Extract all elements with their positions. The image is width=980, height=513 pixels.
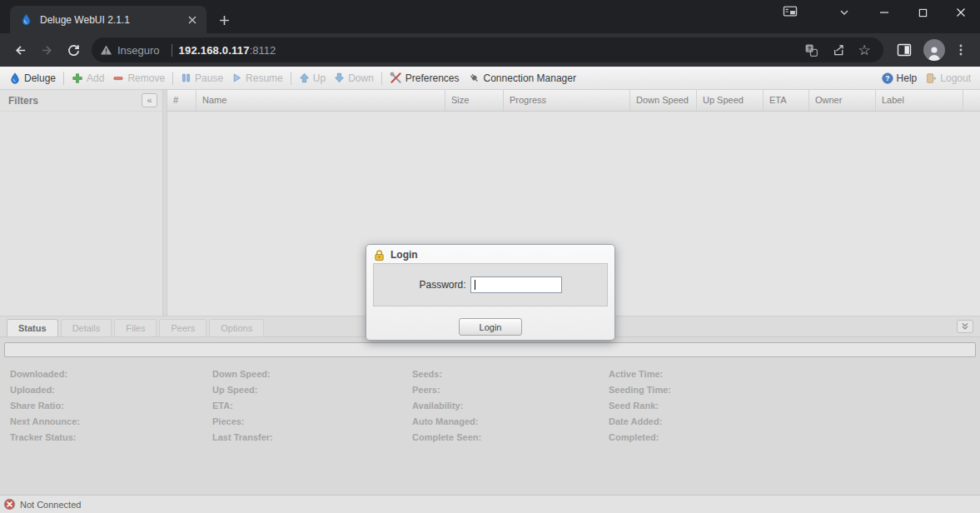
tab-peers[interactable]: Peers xyxy=(159,319,206,336)
new-tab-button[interactable] xyxy=(213,9,235,31)
preferences-tools-icon xyxy=(390,72,402,84)
browser-tabstrip: Deluge WebUI 2.1.1 xyxy=(0,0,980,33)
login-dialog-footer: Login xyxy=(366,318,614,336)
side-panel-icon[interactable] xyxy=(892,37,917,62)
field-seeds: Seeds: xyxy=(412,366,609,382)
column-header-eta[interactable]: ETA xyxy=(764,90,809,111)
login-submit-button[interactable]: Login xyxy=(459,318,522,336)
status-column-3: Seeds: Peers: Availability: Auto Managed… xyxy=(412,366,609,446)
tab-options[interactable]: Options xyxy=(209,319,264,336)
tab-close-icon[interactable] xyxy=(185,12,200,27)
column-header-down-speed[interactable]: Down Speed xyxy=(630,90,697,111)
maximize-button[interactable] xyxy=(903,0,942,25)
toolbar-separator xyxy=(172,72,173,85)
add-torrent-button[interactable]: Add xyxy=(67,68,108,88)
field-down-speed: Down Speed: xyxy=(212,366,412,382)
tab-details[interactable]: Details xyxy=(61,319,112,336)
connection-status-text[interactable]: Not Connected xyxy=(20,500,81,510)
field-pieces: Pieces: xyxy=(212,414,412,430)
queue-up-button[interactable]: Up xyxy=(295,68,330,88)
column-header-number[interactable]: # xyxy=(167,90,196,111)
field-share-ratio: Share Ratio: xyxy=(10,398,212,414)
field-completed: Completed: xyxy=(609,430,980,446)
field-last-transfer: Last Transfer: xyxy=(212,430,412,446)
forward-button[interactable] xyxy=(34,37,59,62)
torrent-progressbar xyxy=(4,342,976,357)
logout-button[interactable]: Logout xyxy=(921,68,975,88)
share-icon[interactable] xyxy=(827,39,848,61)
login-dialog-header[interactable]: Login xyxy=(366,245,614,263)
torrent-grid-header: # Name Size Progress Down Speed Up Speed… xyxy=(167,90,980,112)
text-caret xyxy=(475,280,475,290)
omnibox-divider xyxy=(172,44,172,57)
filters-panel: Filters « xyxy=(0,90,162,316)
browser-chrome: Deluge WebUI 2.1.1 xyxy=(0,0,980,67)
help-icon: ? xyxy=(882,72,893,84)
deluge-favicon-drop-icon xyxy=(20,13,32,26)
browser-tab[interactable]: Deluge WebUI 2.1.1 xyxy=(10,6,206,33)
not-secure-warning-icon[interactable] xyxy=(100,44,112,56)
browser-menu-dots-icon[interactable] xyxy=(950,39,972,61)
column-header-progress[interactable]: Progress xyxy=(504,90,630,111)
field-peers: Peers: xyxy=(412,382,609,398)
tab-title: Deluge WebUI 2.1.1 xyxy=(40,14,185,26)
column-header-owner[interactable]: Owner xyxy=(809,90,876,111)
pause-button[interactable]: Pause xyxy=(177,68,227,88)
deluge-statusbar: Not Connected xyxy=(0,495,980,513)
field-seed-rank: Seed Rank: xyxy=(609,398,980,414)
password-input[interactable] xyxy=(470,276,562,293)
status-tab-panel: Downloaded: Uploaded: Share Ratio: Next … xyxy=(0,336,980,495)
field-seeding-time: Seeding Time: xyxy=(609,382,980,398)
status-column-4: Active Time: Seeding Time: Seed Rank: Da… xyxy=(609,366,980,446)
close-window-button[interactable] xyxy=(942,0,980,25)
tab-search-chevron-icon[interactable] xyxy=(833,3,855,22)
filters-header: Filters « xyxy=(0,90,162,112)
column-header-size[interactable]: Size xyxy=(445,90,504,111)
collapse-filters-button[interactable]: « xyxy=(142,93,157,107)
password-field-wrap xyxy=(470,276,562,293)
reload-button[interactable] xyxy=(61,37,86,62)
remove-minus-icon xyxy=(112,72,124,84)
profile-avatar[interactable] xyxy=(923,39,945,61)
column-header-up-speed[interactable]: Up Speed xyxy=(697,90,764,111)
deluge-logo-drop-icon xyxy=(9,72,21,84)
collapse-details-button[interactable] xyxy=(957,320,973,333)
bookmark-star-icon[interactable]: ☆ xyxy=(853,39,875,61)
login-dialog-body: Password: xyxy=(373,263,608,306)
picture-in-picture-icon[interactable] xyxy=(778,2,803,20)
address-omnibox[interactable]: Inseguro 192.168.0.117 :8112 ☆ xyxy=(92,37,883,62)
deluge-home-button[interactable]: Deluge xyxy=(5,68,60,88)
translate-icon[interactable] xyxy=(800,39,822,61)
back-button[interactable] xyxy=(7,37,32,62)
field-tracker-status: Tracker Status: xyxy=(10,430,212,446)
column-header-name[interactable]: Name xyxy=(196,90,445,111)
resume-play-icon xyxy=(231,72,242,83)
field-uploaded: Uploaded: xyxy=(10,382,212,398)
plug-icon xyxy=(468,72,480,84)
column-header-label[interactable]: Label xyxy=(876,90,963,111)
resume-button[interactable]: Resume xyxy=(227,68,287,88)
column-header-filler xyxy=(963,90,980,111)
remove-torrent-button[interactable]: Remove xyxy=(108,68,169,88)
field-eta: ETA: xyxy=(212,398,412,414)
arrow-up-icon xyxy=(299,72,310,83)
connection-manager-button[interactable]: Connection Manager xyxy=(464,68,580,88)
toolbar-separator xyxy=(291,72,291,85)
filters-title: Filters xyxy=(8,95,142,107)
security-label: Inseguro xyxy=(117,44,160,57)
password-label: Password: xyxy=(419,279,465,291)
status-column-2: Down Speed: Up Speed: ETA: Pieces: Last … xyxy=(212,366,412,446)
queue-down-button[interactable]: Down xyxy=(330,68,378,88)
add-plus-icon xyxy=(72,72,83,84)
help-button[interactable]: ? Help xyxy=(878,68,922,88)
minimize-button[interactable] xyxy=(865,0,903,25)
toolbar-separator xyxy=(63,72,64,85)
field-date-added: Date Added: xyxy=(609,414,980,430)
status-fields-grid: Downloaded: Uploaded: Share Ratio: Next … xyxy=(0,357,980,446)
login-dialog: Login Password: Login xyxy=(366,244,615,341)
field-auto-managed: Auto Managed: xyxy=(412,414,609,430)
logout-door-icon xyxy=(925,72,937,84)
tab-status[interactable]: Status xyxy=(7,319,58,336)
preferences-button[interactable]: Preferences xyxy=(386,68,464,88)
tab-files[interactable]: Files xyxy=(114,319,157,336)
